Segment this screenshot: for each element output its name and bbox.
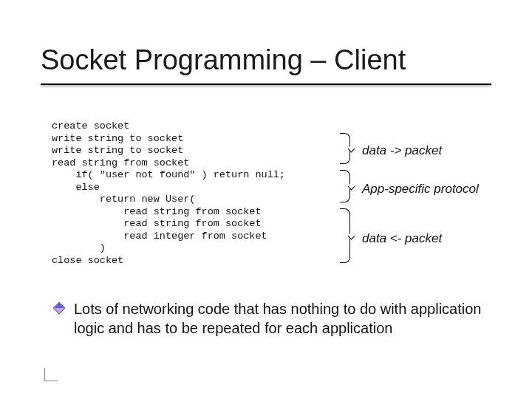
bullet-text: Lots of networking code that has nothing… — [74, 299, 488, 338]
code-line: close socket — [52, 255, 123, 266]
code-line: write string to socket — [52, 133, 183, 144]
code-line: create socket — [52, 120, 129, 132]
brace-icon — [340, 133, 350, 164]
annotation-data-from-packet: data <- packet — [362, 231, 442, 246]
diamond-bullet-icon — [53, 302, 66, 315]
brace-icon — [340, 208, 350, 263]
brace-icon — [340, 170, 350, 202]
corner-decoration — [44, 368, 58, 381]
code-line: else — [52, 182, 100, 193]
annotation-data-to-packet: data -> packet — [362, 143, 442, 158]
code-line: read string from socket — [52, 157, 189, 168]
code-line: read integer from socket — [52, 231, 267, 242]
code-line: write string to socket — [52, 145, 183, 156]
code-line: read string from socket — [52, 218, 262, 229]
code-line: read string from socket — [52, 206, 262, 217]
code-block: create socket write string to socket wri… — [52, 120, 285, 267]
slide-title: Socket Programming – Client — [41, 44, 502, 76]
code-line: return new User( — [52, 194, 195, 205]
slide: Socket Programming – Client create socke… — [0, 0, 532, 399]
code-line: if( "user not found" ) return null; — [52, 169, 285, 180]
code-line: ) — [52, 242, 106, 253]
title-underline — [41, 83, 491, 85]
title-block: Socket Programming – Client — [41, 44, 502, 85]
annotation-app-protocol: App-specific protocol — [362, 182, 479, 197]
